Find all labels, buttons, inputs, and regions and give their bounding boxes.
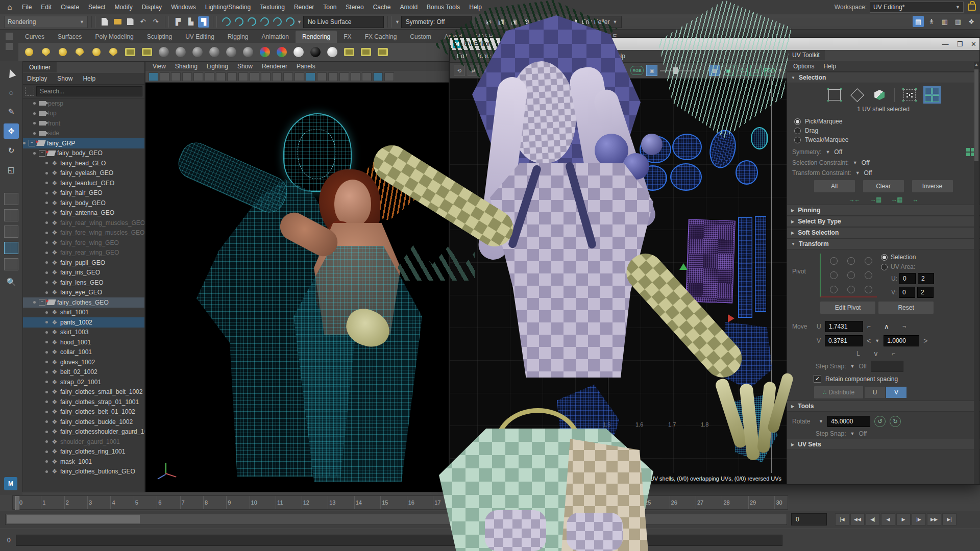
align-shells-left-icon[interactable]: →← xyxy=(849,196,860,203)
uv-shell[interactable] xyxy=(672,134,702,160)
transport-button[interactable]: |▶ xyxy=(912,513,926,525)
uv-area-u-max-field[interactable]: 2 xyxy=(918,273,934,284)
viewport-icon[interactable] xyxy=(182,72,192,81)
selection-mode-radio-row[interactable]: Tweak/Marquee xyxy=(794,135,979,144)
spot-light-icon[interactable] xyxy=(39,45,53,59)
outliner-row[interactable]: − fairy_tearduct_GEO xyxy=(23,178,144,188)
edit-pivot-button[interactable]: Edit Pivot xyxy=(820,301,876,314)
uv-editor-menu-item[interactable]: Textures xyxy=(545,53,576,60)
menu-item[interactable]: Stereo xyxy=(341,4,368,11)
uv-shell[interactable] xyxy=(557,385,619,462)
render-view-icon[interactable]: ◉ xyxy=(483,16,494,28)
transport-button[interactable]: ◀ xyxy=(881,513,895,525)
render-utility-icon[interactable] xyxy=(342,45,356,59)
uv-editor-menu-item[interactable]: Help xyxy=(608,53,629,60)
menu-item[interactable]: Edit xyxy=(36,4,56,11)
align-shells-right-icon[interactable]: ↔▦ xyxy=(891,196,902,203)
outliner-row[interactable]: − mask_1001 xyxy=(23,457,144,467)
pivot-radio[interactable] xyxy=(830,257,838,265)
outliner-row[interactable]: − fairy_iris_GEO xyxy=(23,268,144,278)
uv-editor-menu-item[interactable]: UV Sets xyxy=(577,53,607,60)
filter-icon[interactable] xyxy=(25,87,34,96)
uv-shell[interactable] xyxy=(670,163,702,191)
menu-item[interactable]: Help xyxy=(464,4,486,11)
cube-object-icon[interactable] xyxy=(872,87,887,103)
render-current-icon[interactable]: ▦ xyxy=(496,16,507,28)
rotate-angle-field[interactable]: 45.0000 xyxy=(827,416,870,427)
section-tools[interactable]: ▶Tools xyxy=(787,400,979,412)
layout-hypershade-button[interactable] xyxy=(4,258,18,270)
shelf-tab[interactable]: FX Caching xyxy=(358,31,404,43)
transport-button[interactable]: ◀◀ xyxy=(850,513,865,525)
outliner-row[interactable]: − fairy_eyelash_GEO xyxy=(23,168,144,179)
outliner-row[interactable]: − fairy_clothes_small_belt_1002 xyxy=(23,387,144,397)
snap-grid-icon[interactable] xyxy=(220,16,232,28)
outliner-row[interactable]: − fairy_clothes_buckle_1002 xyxy=(23,417,144,427)
symmetry-grid-icon[interactable] xyxy=(966,148,974,156)
uv-shell[interactable] xyxy=(706,128,740,171)
uv-shell[interactable] xyxy=(640,136,671,163)
section-select-by-type[interactable]: ▶Select By Type xyxy=(787,216,979,227)
undo-icon[interactable]: ↶ xyxy=(137,16,149,28)
lasso-tool-icon[interactable]: ◌ xyxy=(4,85,19,100)
menu-item[interactable]: Create xyxy=(56,4,84,11)
viewport-menu-item[interactable]: Shading xyxy=(171,63,202,70)
scale-tool-icon[interactable]: ◱ xyxy=(4,162,19,178)
clear-selection-button[interactable]: Clear xyxy=(863,180,904,193)
pause-viewport-icon[interactable]: ║ xyxy=(547,16,558,28)
viewport-menu-item[interactable]: Lighting xyxy=(203,63,232,70)
radio-icon[interactable] xyxy=(794,137,801,143)
shelf-extra-icon[interactable] xyxy=(376,45,389,59)
uv-editor-titlebar[interactable]: M UV Editor — ❐ ✕ xyxy=(450,38,979,50)
shader-white-icon[interactable] xyxy=(292,45,305,59)
pixel-snap-icon[interactable]: ⊡ xyxy=(750,65,762,76)
uv-editor-menu-item[interactable]: Edit xyxy=(453,53,472,60)
menu-item[interactable]: Display xyxy=(137,4,166,11)
area-light-icon[interactable] xyxy=(73,45,86,59)
viewport-icon[interactable] xyxy=(205,72,214,81)
maya-home-icon[interactable]: ⌂ xyxy=(3,3,16,11)
viewport-icon[interactable] xyxy=(160,72,169,81)
viewport-menu-item[interactable]: Show xyxy=(233,63,257,70)
uv-toolkit-tab[interactable]: UV Toolkit xyxy=(787,50,979,61)
outliner-row[interactable]: − fairy_rear_wing_GEO xyxy=(23,248,144,258)
transport-button[interactable]: |◀ xyxy=(835,513,849,525)
section-selection[interactable]: ▼Selection xyxy=(787,72,979,83)
uv-shell[interactable] xyxy=(542,257,614,375)
menu-item[interactable]: Cache xyxy=(369,4,396,11)
viewport-icon[interactable] xyxy=(384,72,394,81)
paint-select-tool-icon[interactable]: ✎ xyxy=(4,104,19,119)
checkered-tiles-icon[interactable]: ▩ xyxy=(709,65,720,76)
pivot-radio[interactable] xyxy=(865,257,872,265)
retain-spacing-checkbox[interactable]: ✓ xyxy=(814,375,821,383)
uv-shell[interactable] xyxy=(755,216,766,312)
toolkit-scrollbar[interactable]: ▲ xyxy=(974,62,979,484)
viewport-icon[interactable] xyxy=(250,72,259,81)
move-down-button[interactable]: ∨ xyxy=(873,349,878,358)
camera-icon[interactable] xyxy=(124,45,137,59)
point-light-icon[interactable] xyxy=(22,45,36,59)
outliner-row[interactable]: − front xyxy=(23,118,144,129)
outliner-row[interactable]: − fairy_body_GEO xyxy=(23,198,144,208)
outliner-row[interactable]: − fairy_clothes_ring_1001 xyxy=(23,447,144,457)
maximize-icon[interactable]: ❐ xyxy=(957,40,963,48)
uv-shell[interactable] xyxy=(736,160,758,185)
section-soft-selection[interactable]: ▶Soft Selection xyxy=(787,227,979,238)
outliner-tab[interactable]: Outliner xyxy=(23,62,144,73)
outliner-row[interactable]: − fairy_clothes_belt_01_1002 xyxy=(23,407,144,417)
rotate-ccw-icon[interactable]: ↺ xyxy=(874,416,886,427)
marquee-select-icon[interactable] xyxy=(827,87,842,103)
outliner-row[interactable]: − fairy_body_GEO xyxy=(23,148,144,159)
uv-toolkit-menu-item[interactable]: Help xyxy=(819,63,840,70)
uv-toolkit-menu-item[interactable]: Options xyxy=(789,63,818,70)
layout-uv-editing-button[interactable] xyxy=(4,242,18,254)
select-object-icon[interactable]: ▜ xyxy=(198,16,209,28)
range-slider-handle[interactable] xyxy=(7,515,140,523)
live-surface-field[interactable]: No Live Surface xyxy=(303,16,384,28)
outliner-row[interactable]: − fairy_pupil_GEO xyxy=(23,258,144,268)
outliner-row[interactable]: − fairy_clothes_strap_01_1001 xyxy=(23,397,144,407)
outliner-row[interactable]: − collar_1001 xyxy=(23,347,144,358)
select-hierarchy-icon[interactable]: ▙ xyxy=(185,16,197,28)
outliner-row[interactable]: − shoulder_gaurd_1001 xyxy=(23,437,144,447)
viewport-icon[interactable] xyxy=(216,72,226,81)
